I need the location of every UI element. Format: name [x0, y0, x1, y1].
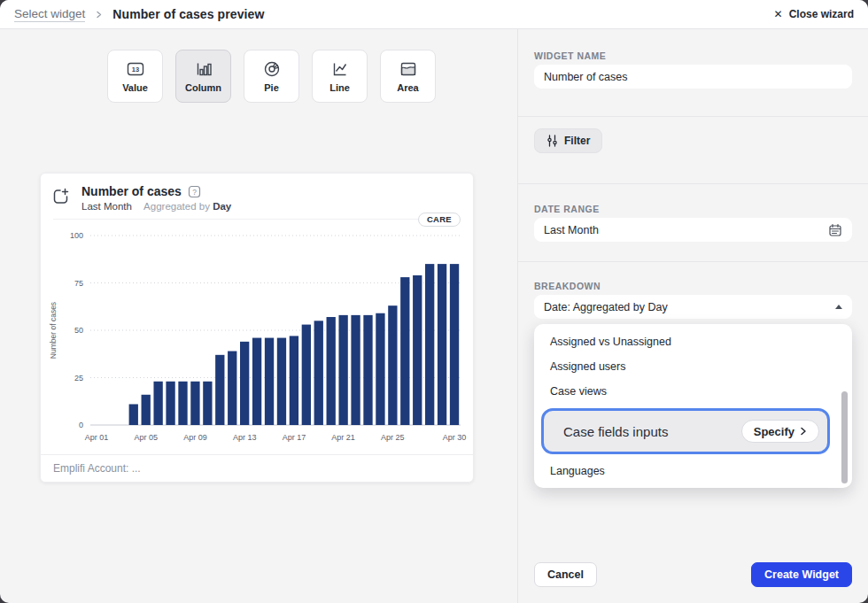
svg-text:100: 100 [70, 231, 83, 240]
widget-name-field[interactable] [534, 65, 852, 89]
cancel-label: Cancel [547, 568, 584, 581]
widget-type-pie[interactable]: Pie [244, 50, 299, 103]
widget-type-label: Column [185, 82, 221, 93]
page-title: Number of cases preview [112, 7, 264, 21]
badge-separator-line [53, 219, 461, 220]
cancel-button[interactable]: Cancel [534, 562, 597, 587]
dropdown-scrollbar[interactable] [841, 391, 848, 483]
breakdown-value: Date: Aggregated by Day [544, 301, 835, 313]
breakdown-select[interactable]: Date: Aggregated by Day [534, 295, 852, 319]
add-widget-icon [51, 187, 71, 212]
chevron-right-icon [95, 11, 103, 19]
aggregated-by-value: Day [213, 201, 231, 212]
svg-text:?: ? [192, 187, 197, 196]
chart-period: Last Month [81, 201, 132, 212]
filter-button[interactable]: Filter [534, 128, 602, 153]
care-badge: CARE [418, 213, 461, 227]
breakdown-option-assigned-users[interactable]: Assigned users [534, 354, 852, 379]
widget-type-label: Line [329, 82, 350, 93]
close-wizard-button[interactable]: ✕ Close wizard [774, 8, 854, 20]
widget-name-input[interactable] [544, 71, 842, 83]
breakdown-option-languages[interactable]: Languages [534, 459, 852, 483]
close-wizard-label: Close wizard [789, 8, 854, 20]
widget-type-value[interactable]: 13 Value [107, 50, 163, 103]
specify-label: Specify [754, 425, 794, 438]
widget-type-line[interactable]: Line [312, 50, 368, 103]
case-fields-inputs-label: Case fields inputs [563, 424, 668, 439]
svg-text:0: 0 [79, 421, 83, 429]
widget-type-label: Area [397, 82, 418, 93]
section-divider [518, 183, 868, 184]
specify-button[interactable]: Specify [741, 420, 819, 443]
chevron-right-icon [800, 427, 807, 436]
chart-title: Number of cases [81, 184, 182, 198]
cases-bar-chart: 0255075100Number of casesApr 01Apr 05Apr… [46, 227, 469, 450]
calendar-icon [828, 223, 842, 237]
value-chart-icon: 13 [124, 60, 147, 78]
svg-text:Apr 05: Apr 05 [134, 433, 158, 442]
column-chart-icon [194, 60, 213, 78]
create-widget-label: Create Widget [764, 568, 839, 581]
svg-text:Apr 01: Apr 01 [85, 433, 109, 442]
chart-footer: Emplifi Account: ... [41, 454, 473, 482]
caret-up-icon [835, 305, 842, 309]
breakdown-label: BREAKDOWN [534, 281, 601, 291]
area-chart-icon [399, 60, 418, 78]
svg-text:Number of cases: Number of cases [49, 302, 58, 359]
help-icon[interactable]: ? [188, 185, 201, 198]
svg-text:75: 75 [74, 279, 83, 288]
section-divider [518, 261, 868, 262]
widget-type-area[interactable]: Area [380, 50, 436, 103]
svg-text:13: 13 [131, 66, 138, 73]
date-range-value: Last Month [544, 224, 828, 236]
breakdown-option-case-fields-inputs[interactable]: Case fields inputs Specify [541, 408, 830, 454]
widget-name-label: WIDGET NAME [534, 50, 606, 61]
svg-text:Apr 09: Apr 09 [183, 433, 207, 442]
widget-wizard-window: Select widget Number of cases preview ✕ … [0, 0, 868, 603]
line-chart-icon [330, 60, 350, 78]
create-widget-button[interactable]: Create Widget [751, 562, 852, 587]
aggregated-by-label: Aggregated by [143, 201, 210, 212]
breadcrumb-select-widget[interactable]: Select widget [14, 7, 85, 22]
breakdown-option-assigned-vs-unassigned[interactable]: Assigned vs Unassigned [534, 329, 852, 354]
svg-text:25: 25 [74, 374, 83, 383]
svg-text:Apr 17: Apr 17 [283, 433, 306, 442]
svg-text:50: 50 [74, 326, 83, 335]
svg-text:Apr 25: Apr 25 [381, 433, 405, 442]
svg-text:Apr 21: Apr 21 [331, 433, 355, 442]
date-range-label: DATE RANGE [534, 204, 600, 214]
section-divider [518, 116, 868, 117]
account-label: Emplifi Account: ... [53, 462, 141, 475]
widget-type-column[interactable]: Column [175, 50, 231, 103]
pie-chart-icon [263, 60, 281, 78]
badge-row: CARE [53, 213, 461, 225]
filter-sliders-icon [546, 135, 558, 147]
chart-subtitle: Last Month Aggregated by Day [81, 201, 231, 212]
svg-text:Apr 13: Apr 13 [233, 433, 257, 442]
widget-type-label: Value [122, 82, 148, 93]
settings-pane: WIDGET NAME Filter DATE RANGE Last Month [518, 29, 868, 603]
close-icon: ✕ [774, 8, 783, 20]
svg-text:Apr 30: Apr 30 [443, 433, 467, 442]
preview-pane: 13 Value Column Pie [0, 29, 518, 603]
filter-label: Filter [564, 135, 590, 147]
chart-plot-area: 0255075100Number of casesApr 01Apr 05Apr… [46, 227, 469, 453]
breakdown-dropdown: Assigned vs Unassigned Assigned users Ca… [534, 324, 852, 488]
widget-type-selector: 13 Value Column Pie [107, 50, 436, 103]
widget-type-label: Pie [264, 82, 279, 93]
top-bar: Select widget Number of cases preview ✕ … [0, 0, 868, 29]
chart-preview-card: Number of cases ? Last Month Aggregated … [40, 173, 474, 483]
date-range-field[interactable]: Last Month [534, 218, 852, 242]
breakdown-option-case-views[interactable]: Case views [534, 379, 852, 404]
